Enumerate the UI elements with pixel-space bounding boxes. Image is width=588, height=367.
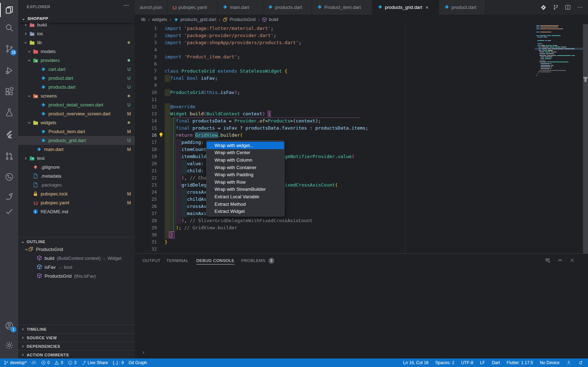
section-timeline[interactable]: TIMELINE bbox=[18, 325, 135, 333]
tab-products.dart[interactable]: products.dart bbox=[263, 0, 312, 15]
panel-tab-output[interactable]: OUTPUT bbox=[143, 257, 160, 264]
status-errors[interactable]: 0 bbox=[41, 360, 50, 365]
tree-item-.gitignore[interactable]: .gitignore bbox=[18, 163, 135, 172]
debug-console-prompt[interactable]: › bbox=[142, 349, 145, 356]
code-line-21[interactable]: child: bbox=[135, 167, 583, 174]
activity-explorer[interactable] bbox=[0, 2, 18, 18]
tree-item-README.md[interactable]: README.md bbox=[18, 207, 135, 216]
more-actions-icon[interactable] bbox=[577, 4, 583, 10]
menu-item-wrap-with-row[interactable]: Wrap with Row bbox=[207, 178, 284, 186]
activity-accounts[interactable]: 1 bbox=[0, 318, 18, 334]
tab-product.dart[interactable]: product.dart bbox=[439, 0, 485, 15]
status-infos[interactable]: 3 bbox=[68, 360, 77, 365]
code-line-25[interactable]: childAs bbox=[135, 196, 583, 203]
status-device-selector[interactable]: No Device bbox=[540, 360, 559, 365]
breadcrumb-widgets[interactable]: widgets bbox=[152, 17, 167, 22]
section-source-view[interactable]: SOURCE VIEW bbox=[18, 333, 135, 342]
status-warnings[interactable]: 0 bbox=[54, 360, 63, 365]
split-editor-icon[interactable] bbox=[565, 4, 571, 10]
code-line-14[interactable]: final productsData = Provider.of<Product… bbox=[135, 117, 583, 125]
menu-item-wrap-with-streambuilder[interactable]: Wrap with StreamBuilder bbox=[207, 186, 284, 193]
tree-item-widgets[interactable]: widgets bbox=[18, 118, 135, 127]
outline-section-header[interactable]: ⌄ OUTLINE bbox=[18, 237, 135, 246]
tree-item-products_grid.dart[interactable]: products_grid.dartU bbox=[18, 136, 135, 145]
project-root-row[interactable]: ⌄ SHOPAPP bbox=[18, 14, 135, 23]
menu-item-wrap-with-column[interactable]: Wrap with Column bbox=[207, 156, 284, 164]
menu-item-wrap-with-padding[interactable]: Wrap with Padding bbox=[207, 171, 284, 178]
code-line-26[interactable]: crossAx bbox=[135, 203, 583, 210]
tab-pubspec.yaml[interactable]: {..}pubspec.yaml bbox=[167, 0, 217, 15]
code-line-24[interactable]: crossAx bbox=[135, 189, 583, 196]
outline-item-ProductsGrid[interactable]: ProductsGrid bbox=[18, 245, 135, 254]
tree-item-.metadata[interactable]: .metadata bbox=[18, 172, 135, 180]
tree-item-screens[interactable]: screens bbox=[18, 91, 135, 100]
tree-item-.packages[interactable]: .packages bbox=[18, 180, 135, 189]
tree-item-shopApp.iml[interactable]: shopApp.iml bbox=[18, 216, 135, 217]
status-live-share[interactable]: Live Share bbox=[81, 360, 108, 365]
code-line-19[interactable]: itemBuildgeNotifierProvider.value( bbox=[135, 153, 583, 160]
tree-item-ios[interactable]: iosios bbox=[18, 29, 135, 38]
code-line-6[interactable] bbox=[135, 61, 583, 68]
code-line-32[interactable] bbox=[135, 246, 583, 253]
activity-source-control[interactable]: 18 bbox=[0, 41, 18, 57]
activity-settings[interactable] bbox=[0, 337, 18, 353]
tree-item-products.dart[interactable]: products.dartU bbox=[18, 83, 135, 91]
activity-checks[interactable] bbox=[0, 203, 18, 220]
breadcrumb-lib[interactable]: lib bbox=[141, 17, 146, 22]
code-line-23[interactable]: gridDelegixedCrossAxisCount( bbox=[135, 182, 583, 189]
tree-item-main.dart[interactable]: main.dartM bbox=[18, 145, 135, 154]
status-git-graph[interactable]: Git Graph bbox=[129, 360, 147, 365]
status-publish-changes[interactable] bbox=[31, 360, 36, 365]
editor-scrollbar[interactable] bbox=[583, 24, 588, 253]
code-line-12[interactable]: @override bbox=[135, 103, 583, 110]
code-line-27[interactable]: mainAxi bbox=[135, 210, 583, 217]
activity-run-and-debug[interactable] bbox=[0, 62, 18, 79]
code-line-22[interactable]: ), // Cha bbox=[135, 174, 583, 182]
code-line-11[interactable] bbox=[135, 96, 583, 103]
menu-item-extract-widget[interactable]: Extract Widget bbox=[207, 208, 284, 215]
code-line-28[interactable]: ), // SliverGridDelegateWithFixedCrossAx… bbox=[135, 217, 583, 224]
maximize-panel-icon[interactable] bbox=[557, 257, 563, 263]
code-line-29[interactable]: ); // GridView.builder bbox=[135, 224, 583, 231]
tree-item-product_detail_screen.dart[interactable]: product_detail_screen.dartU bbox=[18, 100, 135, 109]
menu-item-extract-method[interactable]: Extract Method bbox=[207, 200, 284, 208]
code-line-2[interactable]: import 'package:provider/provider.dart'; bbox=[135, 32, 583, 39]
close-panel-icon[interactable] bbox=[569, 257, 575, 263]
code-line-17[interactable]: padding: bbox=[135, 139, 583, 146]
status-cursor-position[interactable]: Ln 16, Col 16 bbox=[403, 360, 428, 365]
fork-icon[interactable] bbox=[553, 4, 559, 10]
code-editor[interactable]: 1import 'package:flutter/material.dart';… bbox=[135, 24, 588, 253]
activity-extensions[interactable] bbox=[0, 83, 18, 100]
tree-item-providers[interactable]: providers bbox=[18, 56, 135, 65]
tab-main.dart[interactable]: main.dart bbox=[217, 0, 263, 15]
status-flutter-version[interactable]: Flutter: 1.17.5 bbox=[507, 360, 533, 365]
code-line-9[interactable] bbox=[135, 82, 583, 89]
code-line-16[interactable]: return GridView.builder( bbox=[135, 132, 583, 139]
outline-item-build[interactable]: build(BuildContext context) → Widget bbox=[18, 254, 135, 263]
code-line-4[interactable] bbox=[135, 46, 583, 53]
code-line-18[interactable]: itemCount bbox=[135, 146, 583, 153]
code-line-15[interactable]: final products = isFav ? productsData.fa… bbox=[135, 125, 583, 132]
section-dependencies[interactable]: DEPENDENCIES bbox=[18, 342, 135, 350]
menu-item-wrap-with-container[interactable]: Wrap with Container bbox=[207, 164, 284, 171]
panel-tab-problems[interactable]: PROBLEMS3 bbox=[241, 257, 274, 264]
menu-item-wrap-with-center[interactable]: Wrap with Center bbox=[207, 149, 284, 157]
tree-item-Product_item.dart[interactable]: Product_item.dartM bbox=[18, 127, 135, 136]
code-line-7[interactable]: class ProductsGrid extends StatelessWidg… bbox=[135, 68, 583, 75]
tab-Product_item.dart[interactable]: Product_item.dart bbox=[312, 0, 372, 15]
activity-git-graph[interactable] bbox=[0, 169, 18, 185]
activity-search[interactable] bbox=[0, 20, 18, 36]
activity-flutter[interactable] bbox=[0, 126, 18, 143]
breadcrumb-ProductsGrid[interactable]: ProductsGrid bbox=[223, 17, 256, 22]
activity-live-share[interactable] bbox=[0, 188, 18, 205]
breadcrumb-products_grid.dart[interactable]: products_grid.dart bbox=[174, 17, 216, 22]
menu-item-extract-local-variable[interactable]: Extract Local Variable bbox=[207, 193, 284, 200]
lightbulb-icon[interactable] bbox=[158, 132, 164, 138]
menu-item-wrap-with-widget[interactable]: Wrap with widget... bbox=[207, 142, 284, 149]
panel-tab-debug-console[interactable]: DEBUG CONSOLE bbox=[196, 257, 234, 264]
close-icon[interactable]: × bbox=[425, 4, 429, 10]
explorer-more-icon[interactable]: ⋯ bbox=[123, 2, 129, 9]
tree-item-pubspec.yaml[interactable]: {..}pubspec.yamlM bbox=[18, 198, 135, 207]
activity-test[interactable] bbox=[0, 104, 18, 121]
run-dart-icon[interactable] bbox=[540, 4, 547, 11]
